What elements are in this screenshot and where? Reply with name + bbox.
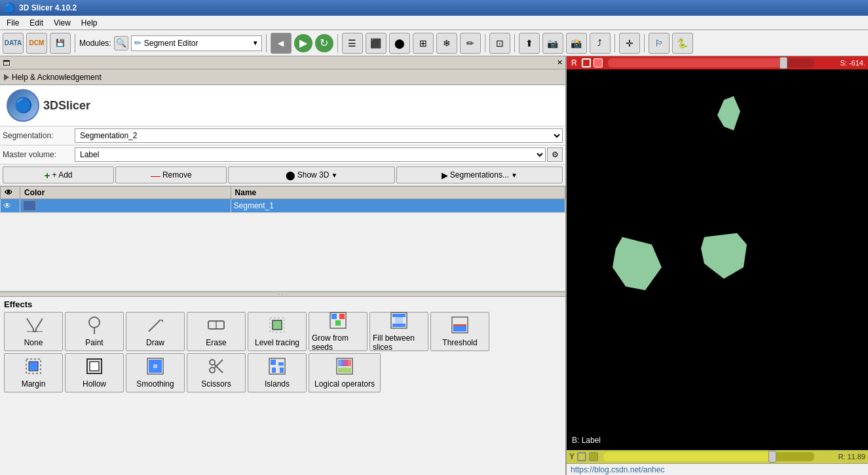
pencil-btn[interactable]: ✏: [460, 33, 481, 54]
logo-text: 3DSlicer: [43, 99, 90, 113]
svg-line-37: [214, 364, 223, 373]
module-select-container: ✏ Segment Editor ▼: [131, 35, 262, 51]
master-volume-select[interactable]: Label: [75, 147, 546, 162]
eye-icon: 👁: [3, 201, 11, 210]
effect-paint-btn[interactable]: Paint: [65, 312, 124, 351]
effect-threshold-btn[interactable]: Threshold: [430, 312, 489, 351]
segmentation-row: Segmentation: Segmentation_2: [0, 126, 565, 145]
effect-erase-btn[interactable]: Erase: [187, 312, 246, 351]
effect-hollow-btn[interactable]: Hollow: [65, 353, 124, 392]
title-bar: 🔵 3D Slicer 4.10.2: [0, 0, 868, 16]
slice-thumb-red[interactable]: [780, 57, 787, 69]
effect-islands-btn[interactable]: Islands: [248, 353, 307, 392]
search-modules-btn[interactable]: 🔍: [114, 36, 128, 50]
effect-draw-btn[interactable]: Draw: [126, 312, 185, 351]
show3d-btn[interactable]: ⬤ Show 3D ▼: [228, 166, 394, 183]
paint-icon: [85, 316, 104, 336]
effect-none-btn[interactable]: None: [4, 312, 63, 351]
segment-row[interactable]: 👁 Segment_1: [1, 199, 565, 213]
effect-scissors-btn[interactable]: Scissors: [187, 353, 246, 392]
nav-back-btn[interactable]: ◀: [271, 33, 292, 54]
effect-level-tracing-btn[interactable]: Level tracing: [248, 312, 307, 351]
svg-rect-8: [273, 320, 282, 330]
crosshair-btn[interactable]: ✛: [619, 33, 640, 54]
cube-btn[interactable]: ⬛: [366, 33, 387, 54]
svg-rect-11: [339, 314, 345, 319]
remove-segment-btn[interactable]: — Remove: [115, 166, 227, 183]
slice-y-options-btn[interactable]: [577, 452, 586, 461]
grid-btn[interactable]: ⊞: [413, 33, 434, 54]
up-arrow-btn[interactable]: ⬆: [519, 33, 540, 54]
logo-icon: 🔵: [7, 89, 39, 122]
svg-marker-4: [160, 320, 163, 322]
segment-eye[interactable]: 👁: [1, 199, 20, 213]
effect-fill-between-slices-btn[interactable]: Fill between slices: [369, 312, 428, 351]
svg-rect-12: [335, 320, 341, 326]
slice-color-btn[interactable]: [594, 58, 603, 67]
effect-margin-btn[interactable]: Margin: [4, 353, 63, 392]
slice-coord-yellow: R: 11.89: [820, 453, 865, 461]
svg-rect-31: [149, 368, 153, 373]
svg-rect-29: [153, 364, 158, 369]
effect-smoothing-btn[interactable]: Smoothing: [126, 353, 185, 392]
master-volume-action-btn[interactable]: ⚙: [547, 147, 563, 162]
toolbar: DATA DCM 💾 Modules: 🔍 ✏ Segment Editor ▼…: [0, 30, 868, 56]
slice-y-color-btn[interactable]: [589, 452, 598, 461]
dcm-btn[interactable]: DCM: [26, 33, 47, 54]
grow-from-seeds-label: Grow from seeds: [312, 333, 364, 352]
segmentation-select[interactable]: Segmentation_2: [75, 128, 563, 143]
list-btn[interactable]: ☰: [342, 33, 363, 54]
data-btn[interactable]: DATA: [3, 33, 24, 54]
remove-btn-label: Remove: [162, 170, 192, 180]
master-volume-label: Master volume:: [3, 150, 75, 159]
panel-close-btn[interactable]: ✕: [557, 58, 563, 67]
nav-reload-btn[interactable]: ↻: [315, 34, 333, 52]
menu-file[interactable]: File: [3, 17, 23, 29]
add-icon: +: [45, 170, 50, 181]
hollow-label: Hollow: [83, 379, 106, 389]
slice-options-btn[interactable]: [582, 58, 591, 67]
show3d-dropdown-icon: ▼: [331, 172, 337, 179]
segmentations-btn[interactable]: ▶ Segmentations... ▼: [396, 166, 563, 183]
nav-forward-btn[interactable]: ▶: [294, 34, 312, 52]
camera2-btn[interactable]: 📸: [566, 33, 587, 54]
threshold-label: Threshold: [442, 338, 477, 347]
islands-label: Islands: [265, 379, 290, 389]
effect-grow-from-seeds-btn[interactable]: Grow from seeds: [309, 312, 368, 351]
save-btn[interactable]: 💾: [50, 33, 71, 54]
effect-logical-operators-btn[interactable]: Logical operators: [309, 353, 381, 392]
menu-edit[interactable]: Edit: [26, 17, 47, 29]
draw-label: Draw: [146, 338, 164, 347]
panel-header-bar: 🗖 ✕: [0, 56, 565, 69]
hollow-icon: [85, 357, 104, 377]
sphere-btn[interactable]: ⬤: [389, 33, 410, 54]
add-segment-btn[interactable]: + + Add: [3, 166, 114, 183]
paint-label: Paint: [85, 338, 103, 347]
slice-thumb-yellow[interactable]: [768, 451, 776, 463]
slice-progress-yellow[interactable]: [603, 452, 814, 461]
panel-min-btn[interactable]: 🗖: [3, 59, 10, 67]
slice-progress-red[interactable]: [608, 58, 814, 67]
main-container: 🗖 ✕ Help & Acknowledgement 🔵 3DSlicer Se…: [0, 56, 868, 475]
help-section[interactable]: Help & Acknowledgement: [0, 69, 565, 85]
segmentations-icon: ▶: [442, 170, 448, 180]
layout-btn[interactable]: ⊡: [489, 33, 510, 54]
camera-btn[interactable]: 📷: [542, 33, 563, 54]
menu-help[interactable]: Help: [77, 17, 102, 29]
module-dropdown-icon[interactable]: ▼: [252, 39, 259, 47]
menu-view[interactable]: View: [50, 17, 75, 29]
flag-btn[interactable]: 🏳: [649, 33, 670, 54]
export-btn[interactable]: ⤴: [590, 33, 611, 54]
sep5: [514, 34, 515, 52]
scissors-label: Scissors: [201, 379, 231, 389]
resizer[interactable]: · · ·: [0, 292, 565, 297]
seg-shapes-svg: [567, 69, 868, 450]
svg-rect-28: [149, 364, 153, 369]
segmentations-dropdown-icon: ▼: [511, 172, 518, 179]
svg-rect-16: [395, 317, 403, 324]
python-btn[interactable]: 🐍: [672, 33, 693, 54]
color-swatch: [23, 200, 36, 211]
snowflake-btn[interactable]: ❄: [436, 33, 457, 54]
svg-marker-49: [613, 237, 662, 290]
fill-between-slices-label: Fill between slices: [373, 333, 425, 352]
